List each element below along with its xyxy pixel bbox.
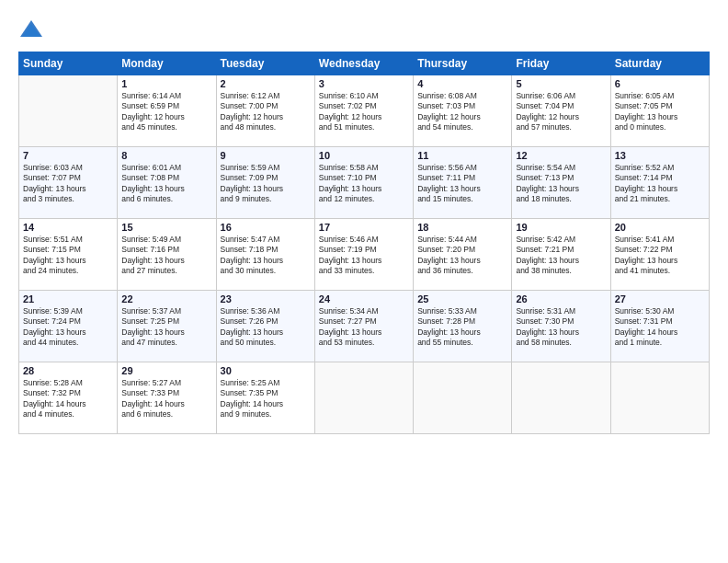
cell-info: Sunrise: 5:52 AM Sunset: 7:14 PM Dayligh… [615,163,705,205]
week-row-3: 14Sunrise: 5:51 AM Sunset: 7:15 PM Dayli… [19,219,710,291]
day-number: 19 [516,222,606,233]
day-number: 12 [516,150,606,161]
cell-info: Sunrise: 5:37 AM Sunset: 7:25 PM Dayligh… [121,306,211,349]
calendar-cell: 17Sunrise: 5:46 AM Sunset: 7:19 PM Dayli… [314,219,413,291]
calendar-cell: 11Sunrise: 5:56 AM Sunset: 7:11 PM Dayli… [414,147,512,219]
day-number: 4 [417,78,507,89]
calendar-cell: 6Sunrise: 6:05 AM Sunset: 7:05 PM Daylig… [610,75,709,147]
week-row-1: 1Sunrise: 6:14 AM Sunset: 6:59 PM Daylig… [19,75,710,147]
cell-info: Sunrise: 5:58 AM Sunset: 7:10 PM Dayligh… [319,163,409,205]
calendar-cell: 3Sunrise: 6:10 AM Sunset: 7:02 PM Daylig… [314,75,413,147]
day-number: 20 [615,222,705,233]
day-number: 16 [221,222,311,233]
week-row-5: 28Sunrise: 5:28 AM Sunset: 7:32 PM Dayli… [19,362,710,434]
page: SundayMondayTuesdayWednesdayThursdayFrid… [0,0,728,563]
calendar-cell: 5Sunrise: 6:06 AM Sunset: 7:04 PM Daylig… [512,75,610,147]
calendar-cell: 12Sunrise: 5:54 AM Sunset: 7:13 PM Dayli… [512,147,610,219]
calendar-cell: 19Sunrise: 5:42 AM Sunset: 7:21 PM Dayli… [512,219,610,291]
cell-info: Sunrise: 6:06 AM Sunset: 7:04 PM Dayligh… [516,91,606,133]
logo-icon [18,17,44,42]
day-number: 22 [121,293,211,304]
day-number: 5 [516,78,606,89]
calendar-cell: 27Sunrise: 5:30 AM Sunset: 7:31 PM Dayli… [610,291,709,362]
day-number: 7 [23,150,113,161]
day-number: 25 [417,293,507,304]
calendar-cell: 26Sunrise: 5:31 AM Sunset: 7:30 PM Dayli… [512,291,610,362]
calendar-cell: 21Sunrise: 5:39 AM Sunset: 7:24 PM Dayli… [19,291,118,362]
calendar-cell: 1Sunrise: 6:14 AM Sunset: 6:59 PM Daylig… [118,75,216,147]
calendar-cell: 4Sunrise: 6:08 AM Sunset: 7:03 PM Daylig… [414,75,512,147]
cell-info: Sunrise: 5:47 AM Sunset: 7:18 PM Dayligh… [221,235,311,277]
day-number: 2 [221,78,311,89]
calendar-cell [414,362,512,434]
header-row: SundayMondayTuesdayWednesdayThursdayFrid… [19,52,710,75]
calendar-cell [512,362,610,434]
cell-info: Sunrise: 6:12 AM Sunset: 7:00 PM Dayligh… [221,91,311,133]
cell-info: Sunrise: 5:36 AM Sunset: 7:26 PM Dayligh… [221,306,311,349]
cell-info: Sunrise: 6:03 AM Sunset: 7:07 PM Dayligh… [23,163,113,205]
cell-info: Sunrise: 5:30 AM Sunset: 7:31 PM Dayligh… [615,306,705,349]
col-header-monday: Monday [118,52,216,75]
cell-info: Sunrise: 5:41 AM Sunset: 7:22 PM Dayligh… [615,235,705,277]
day-number: 9 [221,150,311,161]
cell-info: Sunrise: 5:28 AM Sunset: 7:32 PM Dayligh… [23,378,113,420]
calendar-cell: 22Sunrise: 5:37 AM Sunset: 7:25 PM Dayli… [118,291,216,362]
calendar-cell: 9Sunrise: 5:59 AM Sunset: 7:09 PM Daylig… [216,147,314,219]
header-area [18,17,710,42]
calendar-cell: 7Sunrise: 6:03 AM Sunset: 7:07 PM Daylig… [19,147,118,219]
col-header-wednesday: Wednesday [314,52,413,75]
cell-info: Sunrise: 6:10 AM Sunset: 7:02 PM Dayligh… [319,91,409,133]
cell-info: Sunrise: 6:05 AM Sunset: 7:05 PM Dayligh… [615,91,705,133]
col-header-thursday: Thursday [414,52,512,75]
calendar-cell: 25Sunrise: 5:33 AM Sunset: 7:28 PM Dayli… [414,291,512,362]
day-number: 13 [615,150,705,161]
cell-info: Sunrise: 5:59 AM Sunset: 7:09 PM Dayligh… [221,163,311,205]
day-number: 18 [417,222,507,233]
calendar-cell: 28Sunrise: 5:28 AM Sunset: 7:32 PM Dayli… [19,362,118,434]
week-row-4: 21Sunrise: 5:39 AM Sunset: 7:24 PM Dayli… [19,291,710,362]
day-number: 8 [121,150,211,161]
calendar-cell: 16Sunrise: 5:47 AM Sunset: 7:18 PM Dayli… [216,219,314,291]
calendar-cell: 24Sunrise: 5:34 AM Sunset: 7:27 PM Dayli… [314,291,413,362]
calendar-cell: 23Sunrise: 5:36 AM Sunset: 7:26 PM Dayli… [216,291,314,362]
day-number: 11 [417,150,507,161]
calendar-table: SundayMondayTuesdayWednesdayThursdayFrid… [18,52,710,434]
calendar-cell [314,362,413,434]
calendar-cell: 29Sunrise: 5:27 AM Sunset: 7:33 PM Dayli… [118,362,216,434]
day-number: 30 [221,365,311,376]
cell-info: Sunrise: 5:49 AM Sunset: 7:16 PM Dayligh… [121,235,211,277]
day-number: 17 [319,222,409,233]
cell-info: Sunrise: 5:54 AM Sunset: 7:13 PM Dayligh… [516,163,606,205]
calendar-cell: 2Sunrise: 6:12 AM Sunset: 7:00 PM Daylig… [216,75,314,147]
cell-info: Sunrise: 5:39 AM Sunset: 7:24 PM Dayligh… [23,306,113,349]
cell-info: Sunrise: 6:08 AM Sunset: 7:03 PM Dayligh… [417,91,507,133]
logo [18,17,50,42]
cell-info: Sunrise: 5:51 AM Sunset: 7:15 PM Dayligh… [23,235,113,277]
cell-info: Sunrise: 5:34 AM Sunset: 7:27 PM Dayligh… [319,306,409,349]
day-number: 6 [615,78,705,89]
col-header-tuesday: Tuesday [216,52,314,75]
calendar-cell: 8Sunrise: 6:01 AM Sunset: 7:08 PM Daylig… [118,147,216,219]
col-header-sunday: Sunday [19,52,118,75]
day-number: 27 [615,293,705,304]
calendar-cell [610,362,709,434]
col-header-friday: Friday [512,52,610,75]
day-number: 10 [319,150,409,161]
calendar-cell: 10Sunrise: 5:58 AM Sunset: 7:10 PM Dayli… [314,147,413,219]
cell-info: Sunrise: 6:14 AM Sunset: 6:59 PM Dayligh… [121,91,211,133]
calendar-cell: 15Sunrise: 5:49 AM Sunset: 7:16 PM Dayli… [118,219,216,291]
day-number: 3 [319,78,409,89]
cell-info: Sunrise: 5:33 AM Sunset: 7:28 PM Dayligh… [417,306,507,349]
col-header-saturday: Saturday [610,52,709,75]
calendar-cell: 13Sunrise: 5:52 AM Sunset: 7:14 PM Dayli… [610,147,709,219]
cell-info: Sunrise: 5:44 AM Sunset: 7:20 PM Dayligh… [417,235,507,277]
day-number: 24 [319,293,409,304]
day-number: 14 [23,222,113,233]
cell-info: Sunrise: 5:42 AM Sunset: 7:21 PM Dayligh… [516,235,606,277]
day-number: 1 [121,78,211,89]
day-number: 23 [221,293,311,304]
calendar-cell: 20Sunrise: 5:41 AM Sunset: 7:22 PM Dayli… [610,219,709,291]
day-number: 29 [121,365,211,376]
day-number: 15 [121,222,211,233]
day-number: 28 [23,365,113,376]
